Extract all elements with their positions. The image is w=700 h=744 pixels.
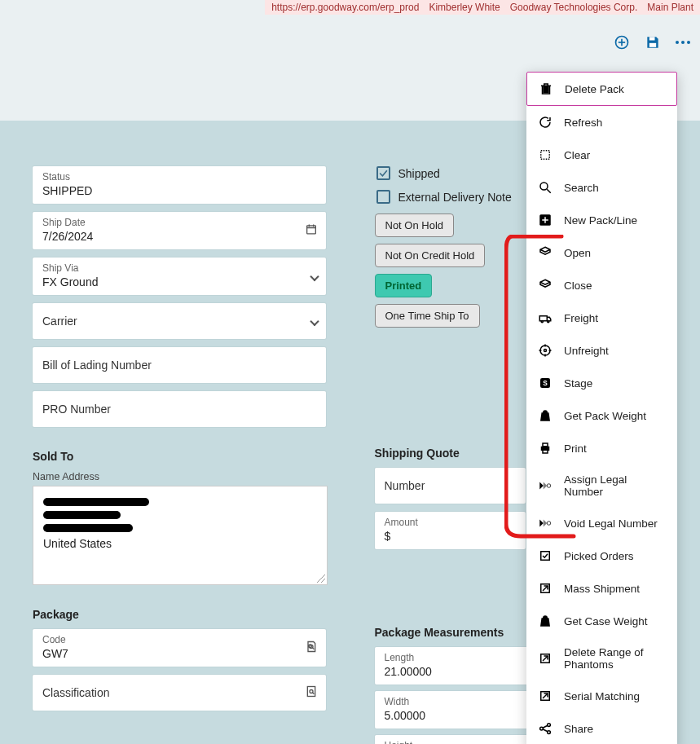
overflow-menu-icon[interactable] <box>676 41 690 44</box>
menu-item-serial-matching[interactable]: Serial Matching <box>526 680 677 712</box>
quote-amount-field[interactable]: Amount $ <box>375 512 526 549</box>
menu-item-freight[interactable]: Freight <box>526 302 677 334</box>
menu-item-search[interactable]: Search <box>526 171 677 204</box>
context-user: Kimberley White <box>429 2 500 13</box>
classification-label: Classification <box>42 686 316 699</box>
menu-item-print[interactable]: Print <box>526 432 677 464</box>
assign-legal-number-icon <box>538 478 553 493</box>
svg-line-50 <box>543 729 548 732</box>
bol-field[interactable]: Bill of Lading Number <box>33 347 326 383</box>
status-label: Status <box>42 171 316 183</box>
package-code-label: Code <box>42 634 316 645</box>
pill-printed[interactable]: Printed <box>375 274 433 297</box>
shipped-label: Shipped <box>398 167 440 180</box>
menu-item-close[interactable]: Close <box>526 269 677 302</box>
ship-date-field[interactable]: Ship Date 7/26/2024 <box>33 212 326 249</box>
menu-item-picked-orders[interactable]: Picked Orders <box>526 539 677 572</box>
get-case-weight-icon <box>538 614 553 628</box>
svg-line-10 <box>321 579 325 583</box>
close-icon <box>538 278 553 293</box>
quote-amount-value: $ <box>385 530 516 543</box>
svg-rect-16 <box>543 86 549 93</box>
save-icon[interactable] <box>645 34 661 51</box>
sold-to-address[interactable]: United States <box>33 486 328 585</box>
svg-rect-15 <box>307 687 315 697</box>
menu-item-label: Search <box>564 182 599 194</box>
context-plant: Main Plant <box>647 2 693 13</box>
svg-point-38 <box>547 522 551 526</box>
package-code-field[interactable]: Code GW7 <box>33 629 326 667</box>
menu-item-mass-shipment[interactable]: Mass Shipment <box>526 572 677 605</box>
menu-item-delete-pack[interactable]: Delete Pack <box>526 72 677 106</box>
ship-via-value: FX Ground <box>42 275 316 288</box>
menu-item-clear[interactable]: Clear <box>526 139 677 171</box>
menu-item-share[interactable]: Share <box>526 712 677 744</box>
svg-line-45 <box>543 693 548 698</box>
menu-item-label: Delete Pack <box>565 83 624 95</box>
menu-item-label: Get Pack Weight <box>564 410 646 422</box>
delete-pack-icon <box>539 81 553 96</box>
open-icon <box>538 245 553 260</box>
menu-item-label: Get Case Weight <box>564 615 648 627</box>
bol-placeholder: Bill of Lading Number <box>42 359 316 372</box>
lookup-icon[interactable] <box>305 641 318 656</box>
menu-item-label: Stage <box>564 377 592 390</box>
menu-item-label: Print <box>564 442 587 455</box>
menu-item-new-pack-line[interactable]: New Pack/Line <box>526 204 677 236</box>
svg-line-12 <box>312 648 314 649</box>
status-field: Status SHIPPED <box>33 166 326 204</box>
svg-text:S: S <box>543 380 548 387</box>
menu-item-void-legal-number[interactable]: Void Legal Number <box>526 507 677 539</box>
menu-item-refresh[interactable]: Refresh <box>526 106 677 139</box>
pro-placeholder: PRO Number <box>42 403 316 416</box>
classification-field[interactable]: Classification <box>33 675 326 711</box>
overflow-menu: Delete PackRefreshClearSearchNew Pack/Li… <box>526 72 677 744</box>
add-icon[interactable] <box>614 34 630 51</box>
ship-via-label: Ship Via <box>42 262 316 274</box>
search-icon <box>538 180 553 195</box>
menu-item-open[interactable]: Open <box>526 236 677 269</box>
pro-field[interactable]: PRO Number <box>33 391 326 427</box>
freight-icon <box>538 310 553 325</box>
menu-item-get-pack-weight[interactable]: Get Pack Weight <box>526 399 677 432</box>
pill-not-on-hold[interactable]: Not On Hold <box>375 214 455 237</box>
menu-item-assign-legal-number[interactable]: Assign Legal Number <box>526 464 677 507</box>
menu-item-label: Serial Matching <box>564 690 640 702</box>
resize-handle-icon <box>317 575 325 583</box>
carrier-field[interactable]: Carrier <box>33 303 326 339</box>
menu-item-delete-range-phantoms[interactable]: Delete Range of Phantoms <box>526 637 677 680</box>
svg-rect-35 <box>543 443 548 447</box>
checkbox-checked-icon[interactable] <box>376 166 390 180</box>
ship-date-label: Ship Date <box>42 217 316 228</box>
pill-not-on-credit-hold[interactable]: Not On Credit Hold <box>375 244 486 267</box>
toolbar <box>614 34 690 51</box>
lookup-icon[interactable] <box>305 685 318 701</box>
ship-via-field[interactable]: Ship Via FX Ground <box>33 258 326 295</box>
sold-to-title: Sold To <box>33 450 326 463</box>
pill-one-time-ship-to[interactable]: One Time Ship To <box>375 304 480 328</box>
menu-item-label: Void Legal Number <box>564 517 658 530</box>
menu-item-label: Close <box>564 280 592 292</box>
quote-number-field[interactable]: Number <box>375 468 526 504</box>
context-bar: https://erp.goodway.com/erp_prod Kimberl… <box>265 0 700 15</box>
quote-amount-label: Amount <box>385 517 516 528</box>
menu-item-stage[interactable]: SStage <box>526 367 677 399</box>
menu-item-get-case-weight[interactable]: Get Case Weight <box>526 605 677 637</box>
menu-item-label: Mass Shipment <box>564 583 640 595</box>
menu-item-label: Refresh <box>564 117 602 129</box>
calendar-icon[interactable] <box>305 223 318 239</box>
status-value: SHIPPED <box>42 184 316 197</box>
menu-item-unfreight[interactable]: Unfreight <box>526 334 677 367</box>
refresh-icon <box>538 115 553 130</box>
svg-line-9 <box>317 575 325 583</box>
svg-point-37 <box>547 484 551 488</box>
ship-date-value: 7/26/2024 <box>42 230 316 243</box>
print-icon <box>538 441 553 456</box>
picked-orders-icon <box>538 548 553 563</box>
checkbox-empty-icon[interactable] <box>376 190 390 204</box>
clear-icon <box>538 147 553 162</box>
menu-item-label: Picked Orders <box>564 550 634 562</box>
stage-icon: S <box>538 376 553 390</box>
chevron-down-icon <box>311 271 318 283</box>
delete-range-phantoms-icon <box>538 651 553 666</box>
